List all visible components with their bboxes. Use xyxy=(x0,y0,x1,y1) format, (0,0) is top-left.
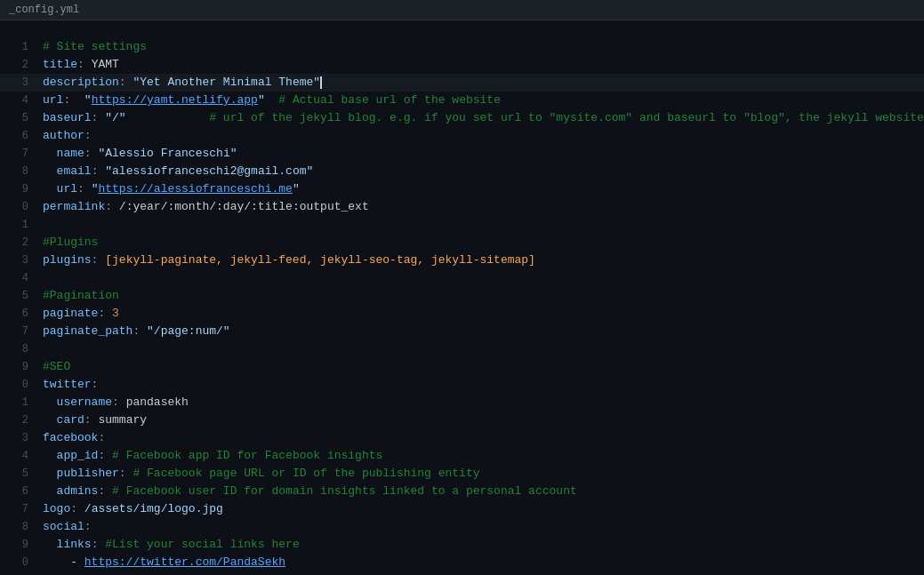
line-number: 2 xyxy=(7,234,28,252)
line: 4 app_id: # Facebook app ID for Facebook… xyxy=(0,447,924,465)
line-number: 9 xyxy=(7,180,28,198)
line-number: 7 xyxy=(7,323,28,340)
line-number: 1 xyxy=(7,394,28,411)
line xyxy=(0,20,924,38)
line-number: 1 xyxy=(7,571,28,575)
line: 2 title: YAMT xyxy=(0,56,924,74)
line-number: 5 xyxy=(7,465,28,483)
line: 7 paginate_path: "/page:num/" xyxy=(0,323,924,340)
line-number: 6 xyxy=(7,127,28,145)
line-number: 3 xyxy=(7,429,28,447)
filename: _config.yml xyxy=(9,4,79,16)
line: 9 links: #List your social links here xyxy=(0,536,924,554)
line: 0 twitter: xyxy=(0,376,924,394)
line: 2 card: summary xyxy=(0,411,924,429)
line-publisher: 5 publisher: # Facebook page URL or ID o… xyxy=(0,465,924,483)
line-number: 0 xyxy=(7,554,28,571)
line-number: 3 xyxy=(7,74,28,92)
line-number: 7 xyxy=(7,500,28,518)
line-number: 5 xyxy=(7,109,28,127)
line-number: 0 xyxy=(7,376,28,394)
line-number: 9 xyxy=(7,536,28,554)
line: 6 admins: # Facebook user ID for domain … xyxy=(0,483,924,500)
line: 7 name: "Alessio Franceschi" xyxy=(0,145,924,163)
line: 9 #SEO xyxy=(0,358,924,376)
line-number: 1 xyxy=(7,38,28,56)
line-number: 6 xyxy=(7,483,28,500)
line-number: 4 xyxy=(7,447,28,465)
line: 2 #Plugins xyxy=(0,234,924,252)
line-number: 8 xyxy=(7,163,28,180)
line-number: 9 xyxy=(7,358,28,376)
line-active: 3 description: "Yet Another Minimal Them… xyxy=(0,74,924,92)
line-number: 7 xyxy=(7,145,28,163)
line: 6 paginate: 3 xyxy=(0,305,924,323)
line-number: 2 xyxy=(7,56,28,74)
line: 4 url: "https://yamt.netlify.app" # Actu… xyxy=(0,92,924,109)
line: 4 xyxy=(0,269,924,287)
line: 8 email: "alessiofranceschi2@gmail.com" xyxy=(0,163,924,180)
line-number: 1 xyxy=(7,216,28,234)
line-number: 2 xyxy=(7,411,28,429)
line: 9 url: "https://alessiofranceschi.me" xyxy=(0,180,924,198)
line: 8 xyxy=(0,340,924,358)
line: 1 xyxy=(0,216,924,234)
line: 3 facebook: xyxy=(0,429,924,447)
line-number: 8 xyxy=(7,518,28,536)
title-bar: _config.yml xyxy=(0,0,924,20)
line: 0 - https://twitter.com/PandaSekh xyxy=(0,554,924,571)
line: 6 author: xyxy=(0,127,924,145)
line: 1 # Site settings xyxy=(0,38,924,56)
line-number: 5 xyxy=(7,287,28,305)
line-number: 0 xyxy=(7,198,28,216)
line: 5 baseurl: "/" # url of the jekyll blog.… xyxy=(0,109,924,127)
line: 1 username: pandasekh xyxy=(0,394,924,411)
line: 0 permalink: /:year/:month/:day/:title:o… xyxy=(0,198,924,216)
line-number: 4 xyxy=(7,92,28,109)
line-number: 4 xyxy=(7,269,28,287)
line: 3 plugins: [jekyll-paginate, jekyll-feed… xyxy=(0,252,924,269)
line: 7 logo: /assets/img/logo.jpg xyxy=(0,500,924,518)
editor: 1 # Site settings 2 title: YAMT 3 descri… xyxy=(0,20,924,575)
line-number: 8 xyxy=(7,340,28,358)
line: 5 #Pagination xyxy=(0,287,924,305)
line-number: 6 xyxy=(7,305,28,323)
line-number: 3 xyxy=(7,252,28,269)
line: 1 - https://www.github.com/pandasekh xyxy=(0,571,924,575)
line: 8 social: xyxy=(0,518,924,536)
